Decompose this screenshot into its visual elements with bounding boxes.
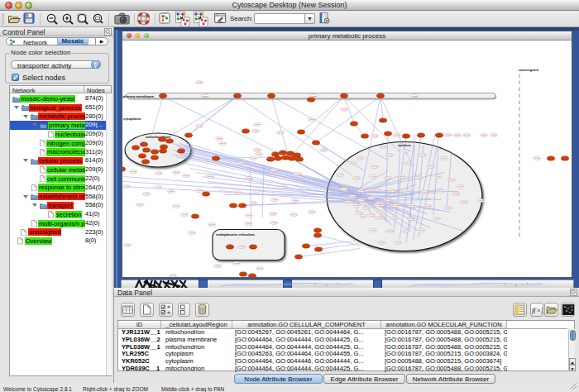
svg-text:YGR11: YGR11 xyxy=(418,229,424,231)
svg-text:YDR46: YDR46 xyxy=(219,142,226,144)
svg-text:YMR08: YMR08 xyxy=(280,185,286,187)
svg-text:YDR46: YDR46 xyxy=(277,131,284,133)
svg-text:YKL21: YKL21 xyxy=(182,213,189,215)
svg-text:YGR11: YGR11 xyxy=(130,170,136,172)
svg-text:YKL21: YKL21 xyxy=(174,205,180,207)
svg-text:YMR08: YMR08 xyxy=(424,205,431,207)
svg-text:endoplasmic reticulum: endoplasmic reticulum xyxy=(216,232,255,236)
svg-text:YDR46: YDR46 xyxy=(345,201,352,203)
svg-text:YGR11: YGR11 xyxy=(368,197,375,198)
svg-text:YMR08: YMR08 xyxy=(444,207,451,208)
svg-text:YGR11: YGR11 xyxy=(534,157,540,159)
svg-text:YGR11: YGR11 xyxy=(408,218,414,219)
svg-text:YMR08: YMR08 xyxy=(452,193,459,194)
svg-text:YKL21: YKL21 xyxy=(435,175,442,177)
svg-text:YLR05: YLR05 xyxy=(214,265,221,266)
svg-text:YDR46: YDR46 xyxy=(290,213,297,215)
svg-text:YLR05: YLR05 xyxy=(380,211,386,213)
svg-text:YMR08: YMR08 xyxy=(173,171,179,173)
svg-text:YKL21: YKL21 xyxy=(392,217,399,218)
svg-text:YPL36: YPL36 xyxy=(438,190,445,192)
svg-text:YKL21: YKL21 xyxy=(246,222,252,224)
svg-text:YKL21: YKL21 xyxy=(272,198,279,200)
svg-text:YKL21: YKL21 xyxy=(197,125,203,127)
svg-text:YGR11: YGR11 xyxy=(356,212,362,213)
svg-text:plasma membrane: plasma membrane xyxy=(123,94,155,98)
svg-text:YDR46: YDR46 xyxy=(404,162,411,164)
svg-text:YDR46: YDR46 xyxy=(380,146,386,147)
svg-text:YGR11: YGR11 xyxy=(143,193,150,194)
svg-text:YLR05: YLR05 xyxy=(136,203,143,205)
svg-text:YLR05: YLR05 xyxy=(237,162,244,164)
svg-text:YMR08: YMR08 xyxy=(238,246,245,247)
svg-text:YLR05: YLR05 xyxy=(216,137,223,139)
svg-text:YLR05: YLR05 xyxy=(481,134,487,136)
svg-text:YGR11: YGR11 xyxy=(421,191,428,193)
svg-text:YDR46: YDR46 xyxy=(208,223,215,225)
svg-text:YKL21: YKL21 xyxy=(271,169,278,170)
svg-text:YGR11: YGR11 xyxy=(252,130,259,131)
svg-text:YMR08: YMR08 xyxy=(270,213,276,214)
svg-text:YMR08: YMR08 xyxy=(254,123,261,125)
svg-text:YMR08: YMR08 xyxy=(320,149,327,151)
svg-text:f(×): f(×) xyxy=(532,306,543,314)
svg-text:YMR08: YMR08 xyxy=(309,118,315,120)
svg-text:cytoplasm: cytoplasm xyxy=(123,117,141,121)
svg-text:YGR11: YGR11 xyxy=(270,222,277,223)
svg-text:YPL36: YPL36 xyxy=(458,185,465,187)
svg-text:YKL21: YKL21 xyxy=(359,198,366,200)
svg-text:YPL36: YPL36 xyxy=(256,153,263,155)
svg-text:YPL36: YPL36 xyxy=(189,232,196,233)
svg-text:YDR46: YDR46 xyxy=(463,134,470,136)
svg-text:YLR05: YLR05 xyxy=(123,185,130,187)
svg-text:mitochondrion: mitochondrion xyxy=(146,134,170,138)
svg-text:YKL21: YKL21 xyxy=(405,190,412,192)
svg-text:YDR46: YDR46 xyxy=(403,230,409,232)
svg-text:YGR11: YGR11 xyxy=(440,157,447,159)
svg-text:YGR11: YGR11 xyxy=(294,173,301,174)
svg-text:YDR46: YDR46 xyxy=(256,267,263,269)
svg-text:YLR05: YLR05 xyxy=(415,177,422,179)
svg-text:YLR05: YLR05 xyxy=(477,199,484,201)
svg-text:YMR08: YMR08 xyxy=(385,177,391,179)
svg-text:YLR05: YLR05 xyxy=(349,195,356,197)
svg-text:YGR11: YGR11 xyxy=(356,157,363,159)
svg-text:YLR05: YLR05 xyxy=(428,165,434,167)
svg-text:YGR11: YGR11 xyxy=(353,177,360,179)
svg-text:YKL21: YKL21 xyxy=(337,174,344,175)
svg-text:YDR46: YDR46 xyxy=(207,175,213,177)
svg-text:YPL36: YPL36 xyxy=(409,204,416,206)
svg-text:YKL21: YKL21 xyxy=(412,94,419,96)
svg-text:YKL21: YKL21 xyxy=(395,241,402,243)
svg-text:unassigned: unassigned xyxy=(519,67,538,71)
svg-text:YGR11: YGR11 xyxy=(448,179,455,180)
svg-text:YLR05: YLR05 xyxy=(390,189,396,191)
svg-text:YKL21: YKL21 xyxy=(369,213,376,215)
svg-text:YDR46: YDR46 xyxy=(374,189,380,190)
svg-text:YPL36: YPL36 xyxy=(251,157,257,159)
svg-text:YPL36: YPL36 xyxy=(255,189,261,191)
svg-text:YKL21: YKL21 xyxy=(342,108,348,110)
svg-text:YPL36: YPL36 xyxy=(246,214,253,216)
svg-text:YDR46: YDR46 xyxy=(350,162,356,164)
svg-text:YPL36: YPL36 xyxy=(169,190,175,192)
svg-text:YLR05: YLR05 xyxy=(361,203,368,204)
svg-text:YKL21: YKL21 xyxy=(491,134,498,136)
svg-text:YGR11: YGR11 xyxy=(393,204,400,206)
svg-text:YPL36: YPL36 xyxy=(156,172,163,174)
svg-text:nucleus: nucleus xyxy=(398,142,412,146)
svg-text:YMR08: YMR08 xyxy=(363,207,370,208)
svg-text:YPL36: YPL36 xyxy=(446,134,452,136)
svg-text:YGR11: YGR11 xyxy=(292,199,299,201)
svg-text:YKL21: YKL21 xyxy=(372,135,379,136)
svg-text:YKL21: YKL21 xyxy=(156,186,162,188)
svg-text:YGR11: YGR11 xyxy=(394,134,400,136)
svg-text:YDR46: YDR46 xyxy=(183,174,189,176)
svg-text:YPL36: YPL36 xyxy=(371,229,377,231)
svg-text:YDR46: YDR46 xyxy=(202,94,208,96)
svg-text:YPL36: YPL36 xyxy=(434,218,441,219)
svg-text:YDR46: YDR46 xyxy=(234,191,241,193)
svg-text:YPL36: YPL36 xyxy=(342,188,348,189)
svg-text:YMR08: YMR08 xyxy=(196,189,203,191)
svg-text:YMR08: YMR08 xyxy=(371,165,378,167)
